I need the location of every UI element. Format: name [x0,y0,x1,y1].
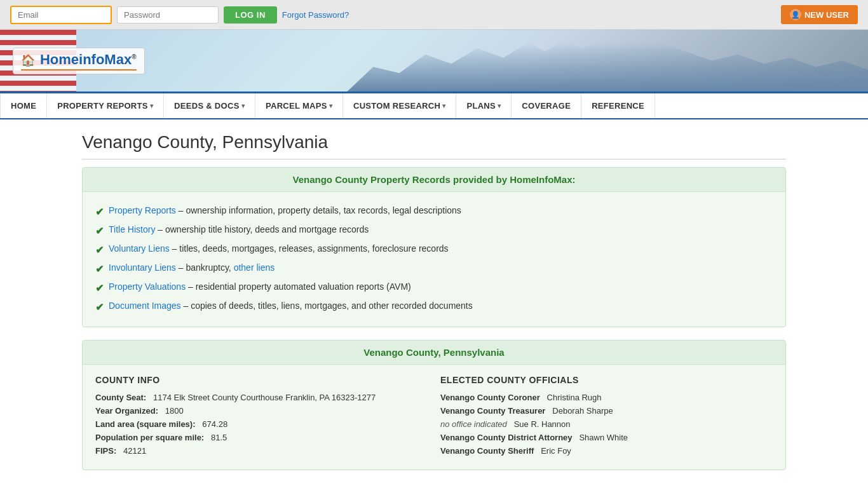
email-input[interactable] [10,6,112,24]
county-left: COUNTY INFO County Seat: 1174 Elk Street… [95,375,428,459]
title-history-link[interactable]: Title History [109,224,155,234]
nav-reference[interactable]: REFERENCE [581,93,655,118]
document-images-link[interactable]: Document Images [109,301,181,311]
nav-arrow: ▾ [498,102,501,109]
nav-arrow: ▾ [241,102,245,109]
check-icon: ✔ [95,301,104,313]
records-body: ✔ Property Reports – ownership informati… [83,192,785,327]
officials-section-title: ELECTED COUNTY OFFICIALS [440,375,773,385]
list-item: ✔ Property Reports – ownership informati… [95,202,773,221]
land-area-field: Land area (square miles): 674.28 [95,419,428,429]
password-input[interactable] [117,6,219,24]
nav-deeds-docs[interactable]: DEEDS & DOCS ▾ [164,93,255,118]
nav-arrow: ▾ [442,102,445,109]
list-item: ✔ Involuntary Liens – bankruptcy, other … [95,259,773,278]
involuntary-liens-link[interactable]: Involuntary Liens [109,262,176,273]
page-title: Venango County, Pennsylvania [82,132,786,159]
logo-text: HomeinfoMax® [40,51,137,67]
official-row: Venango County District Attorney Shawn W… [440,433,773,442]
nav-parcel-maps[interactable]: PARCEL MAPS ▾ [255,93,343,118]
county-seat-field: County Seat: 1174 Elk Street County Cour… [95,393,428,402]
nav-plans[interactable]: PLANS ▾ [456,93,512,118]
other-liens-link[interactable]: other liens [234,262,275,273]
county-right: ELECTED COUNTY OFFICIALS Venango County … [440,375,773,459]
county-section-title: COUNTY INFO [95,375,428,385]
new-user-button[interactable]: 👤 NEW USER [781,5,858,24]
list-item: ✔ Document Images – copies of deeds, tit… [95,297,773,316]
population-field: Population per square mile: 81.5 [95,433,428,442]
new-user-icon: 👤 [790,9,801,20]
county-info-body: COUNTY INFO County Seat: 1174 Elk Street… [83,365,785,470]
check-icon: ✔ [95,282,104,294]
login-button[interactable]: LOG IN [224,6,277,24]
login-bar: LOG IN Forgot Password? 👤 NEW USER [0,0,868,30]
official-row: Venango County Sheriff Eric Foy [440,446,773,456]
check-icon: ✔ [95,225,104,237]
list-item: ✔ Voluntary Liens – titles, deeds, mortg… [95,240,773,259]
check-icon: ✔ [95,206,104,218]
nav-property-reports[interactable]: PROPERTY REPORTS ▾ [47,93,164,118]
official-row: Venango County Treasurer Deborah Sharpe [440,406,773,416]
official-row: no office indicated Sue R. Hannon [440,419,773,429]
list-item: ✔ Title History – ownership title histor… [95,221,773,240]
records-header: Venango County Property Records provided… [83,168,785,192]
fips-field: FIPS: 42121 [95,446,428,456]
property-valuations-link[interactable]: Property Valuations [109,281,186,292]
county-info-box: Venango County, Pennsylvania COUNTY INFO… [82,340,786,470]
nav-home[interactable]: HOME [0,93,47,118]
property-reports-link[interactable]: Property Reports [109,205,176,215]
list-item: ✔ Property Valuations – residential prop… [95,278,773,297]
nav-arrow: ▾ [329,102,332,109]
nav-coverage[interactable]: COVERAGE [512,93,581,118]
main-content: Venango County, Pennsylvania Venango Cou… [72,119,796,483]
forgot-password-link[interactable]: Forgot Password? [282,10,349,20]
nav-arrow: ▾ [150,102,153,109]
check-icon: ✔ [95,263,104,275]
check-icon: ✔ [95,244,104,256]
official-row: Venango County Coroner Christina Rugh [440,393,773,402]
logo-underline [21,69,137,71]
county-info-header: Venango County, Pennsylvania [83,341,785,365]
banner: 🏠 HomeinfoMax® [0,30,868,93]
city-skyline [347,30,868,92]
records-info-box: Venango County Property Records provided… [82,167,786,327]
records-list: ✔ Property Reports – ownership informati… [95,202,773,316]
house-icon: 🏠 [21,53,35,67]
nav-custom-research[interactable]: CUSTOM RESEARCH ▾ [343,93,456,118]
year-organized-field: Year Organized: 1800 [95,406,428,416]
logo: 🏠 HomeinfoMax® [13,48,145,74]
voluntary-liens-link[interactable]: Voluntary Liens [109,243,170,254]
navigation: HOME PROPERTY REPORTS ▾ DEEDS & DOCS ▾ P… [0,93,868,119]
